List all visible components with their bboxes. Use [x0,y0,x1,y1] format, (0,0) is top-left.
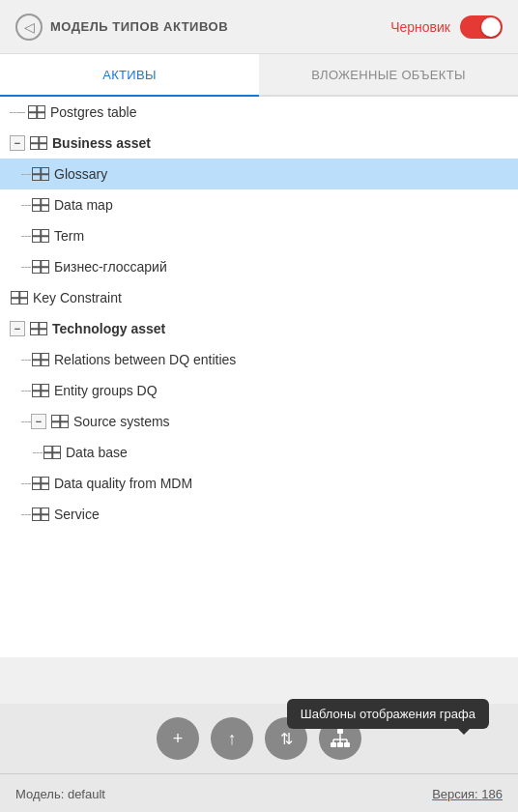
tree-node-business-asset[interactable]: − Business asset [0,128,518,159]
node-label: Бизнес-глоссарий [54,259,167,275]
grid-icon [27,104,46,120]
node-label: Key Constraint [33,290,122,305]
tree-node-term[interactable]: Term [0,220,518,251]
collapse-button[interactable]: − [10,321,25,336]
node-label: Data map [54,197,113,213]
tree-node-technology-asset[interactable]: − Technology asset [0,313,518,344]
draft-toggle[interactable] [460,15,503,39]
grid-icon [31,166,50,182]
footer-model: Модель: default [15,786,105,801]
node-label: Relations between DQ entities [54,352,236,367]
up-icon: ↑ [228,729,237,749]
collapse-button[interactable]: − [31,414,46,429]
add-icon: + [173,729,184,749]
header-right: Черновик [390,15,503,39]
node-label: Technology asset [52,321,165,336]
tree-node-data-map[interactable]: Data map [0,189,518,220]
draft-label: Черновик [390,19,450,35]
tree-node-service[interactable]: Service [0,499,518,530]
node-label: Data quality from MDM [54,476,192,491]
tree-node-key-constraint[interactable]: Key Constraint [0,282,518,313]
header: ◁ МОДЕЛЬ ТИПОВ АКТИВОВ Черновик [0,0,518,54]
back-button[interactable]: ◁ [15,14,43,41]
svg-rect-3 [344,742,350,747]
tree-node-entity-groups-dq[interactable]: Entity groups DQ [0,375,518,406]
grid-icon [29,321,48,336]
node-label: Term [54,228,84,244]
node-label: Data base [66,445,128,460]
tree-node-biz-glossary[interactable]: Бизнес-глоссарий [0,251,518,282]
model-label: Модель: [15,787,64,801]
version-label: Версия: [432,787,478,801]
up-button[interactable]: ↑ [211,717,253,760]
horiz-line [21,391,31,392]
horiz-line [21,483,31,484]
svg-rect-2 [337,742,343,747]
tree-node-data-base[interactable]: Data base [0,437,518,468]
header-left: ◁ МОДЕЛЬ ТИПОВ АКТИВОВ [15,14,228,41]
graph-icon [330,728,351,749]
dash-spacer [10,112,25,113]
tab-assets[interactable]: АКТИВЫ [0,54,259,97]
add-button[interactable]: + [157,717,199,760]
tree-container[interactable]: Postgres table − Business asset Glossary… [0,97,518,657]
horiz-line [21,360,31,361]
horiz-line [21,205,31,206]
node-label: Postgres table [50,104,137,120]
horiz-line [21,174,31,175]
node-label: Business asset [52,135,151,151]
svg-rect-0 [337,729,343,734]
footer-version[interactable]: Версия: 186 [432,786,503,801]
grid-icon [31,352,50,367]
node-label: Source systems [73,414,170,429]
footer: Модель: default Версия: 186 [0,773,518,812]
node-label: Service [54,507,100,522]
grid-icon [31,476,50,491]
grid-icon [31,259,50,275]
grid-icon [31,383,50,398]
grid-icon [31,228,50,244]
node-label: Entity groups DQ [54,383,158,398]
horiz-line [21,236,31,237]
page-title: МОДЕЛЬ ТИПОВ АКТИВОВ [50,19,228,34]
grid-icon [50,414,70,429]
tab-nested[interactable]: ВЛОЖЕННЫЕ ОБЪЕКТЫ [259,54,518,95]
tree-node-source-systems[interactable]: − Source systems [0,406,518,437]
back-icon: ◁ [24,19,35,35]
svg-rect-1 [331,742,336,747]
tooltip-text: Шаблоны отображения графа [301,707,475,721]
horiz-line [33,452,43,453]
node-label: Glossary [54,166,107,182]
tree-node-postgres-table[interactable]: Postgres table [0,97,518,128]
collapse-button[interactable]: − [10,135,25,151]
horiz-line [21,514,31,515]
tree-node-glossary[interactable]: Glossary [0,159,518,189]
sort-icon: ⇅ [280,730,293,748]
model-value: default [68,787,105,801]
grid-icon [31,507,50,522]
grid-icon [31,197,50,213]
horiz-line [21,267,31,268]
grid-icon [10,290,29,305]
grid-icon [29,135,48,151]
tree-node-data-quality-mdm[interactable]: Data quality from MDM [0,468,518,499]
horiz-line [21,421,31,422]
version-value: 186 [481,787,503,801]
grid-icon [43,445,62,460]
toggle-knob [481,17,501,37]
tabs-bar: АКТИВЫ ВЛОЖЕННЫЕ ОБЪЕКТЫ [0,54,518,97]
tooltip: Шаблоны отображения графа [287,699,489,729]
tree-node-relations-dq[interactable]: Relations between DQ entities [0,344,518,375]
